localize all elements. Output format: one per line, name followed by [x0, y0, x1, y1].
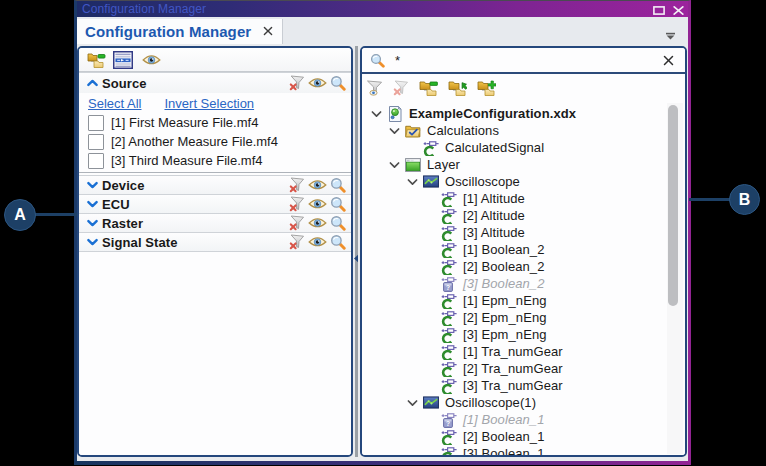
chevron-down-icon[interactable] — [87, 200, 98, 208]
tree-item-icon-wrap — [441, 327, 457, 343]
raster-search-button[interactable] — [330, 215, 346, 231]
section-header-ecu[interactable]: ECU — [79, 194, 351, 213]
device-search-button[interactable] — [330, 177, 346, 193]
tree-item[interactable]: [1] Altitude — [362, 190, 685, 207]
source-eye-button[interactable] — [308, 77, 327, 89]
tree-expander[interactable] — [406, 399, 423, 407]
expand-selected-button[interactable] — [448, 80, 467, 96]
signal-state-eye-button[interactable] — [308, 236, 327, 248]
device-eye-button[interactable] — [308, 179, 327, 191]
tree-item-label: [1] Altitude — [463, 191, 525, 206]
device-filter-remove-button[interactable] — [289, 177, 305, 193]
tree-item[interactable]: Layer — [362, 156, 685, 173]
source-filter-remove-button[interactable] — [289, 75, 305, 91]
filter-remove-button[interactable] — [393, 80, 409, 96]
tab-close-button[interactable] — [263, 25, 273, 38]
section-header-device[interactable]: Device — [79, 175, 351, 194]
source-search-button[interactable] — [330, 75, 346, 91]
tree-expander[interactable] — [370, 110, 387, 118]
section-header-signal-state[interactable]: Signal State — [79, 232, 351, 251]
callout-b-badge: B — [729, 184, 760, 215]
tree-item[interactable]: [2] Altitude — [362, 207, 685, 224]
select-all-link[interactable]: Select All — [88, 96, 141, 111]
tree-item[interactable]: [2] Boolean_2 — [362, 258, 685, 275]
ecu-search-button[interactable] — [330, 196, 346, 212]
filter-eye-icon — [366, 80, 383, 96]
filter-view-button[interactable] — [366, 80, 383, 96]
search-icon — [330, 177, 346, 193]
tree-item[interactable]: [1] Boolean_2 — [362, 241, 685, 258]
clear-search-button[interactable] — [663, 55, 674, 66]
tree-item[interactable]: [1] Tra_numGear — [362, 343, 685, 360]
invert-selection-link[interactable]: Invert Selection — [164, 96, 254, 111]
tree-item[interactable]: Oscilloscope — [362, 173, 685, 190]
section-ecu-icons — [289, 196, 346, 212]
filter-remove-icon — [289, 75, 305, 91]
collapse-all-button[interactable] — [419, 80, 438, 96]
raster-filter-remove-button[interactable] — [289, 215, 305, 231]
tree-item[interactable]: [3] Boolean_1 — [362, 445, 685, 455]
tree-item-icon-wrap — [405, 157, 421, 173]
tree-item[interactable]: [3] Boolean_2 — [362, 275, 685, 292]
chevron-down-icon[interactable] — [87, 219, 98, 227]
signal-state-filter-remove-button[interactable] — [289, 234, 305, 250]
folder-expand-icon — [448, 80, 467, 96]
section-label-source: Source — [102, 76, 147, 91]
signal-icon — [441, 378, 457, 394]
tree-expander[interactable] — [388, 127, 405, 135]
tree-item[interactable]: [1] Boolean_1 — [362, 411, 685, 428]
table-view-button[interactable] — [113, 51, 133, 69]
tree-item[interactable]: [2] Epm_nEng — [362, 309, 685, 326]
ecu-filter-remove-button[interactable] — [289, 196, 305, 212]
ecu-eye-button[interactable] — [308, 198, 327, 210]
tree-expander[interactable] — [406, 178, 423, 186]
measure-file-checkbox[interactable] — [88, 115, 104, 131]
signal-icon — [441, 310, 457, 326]
close-icon — [673, 6, 684, 15]
tree-item-label: [1] Boolean_2 — [463, 242, 545, 257]
tree-item-icon-wrap — [441, 361, 457, 377]
group-by-source-button[interactable] — [87, 52, 106, 68]
eye-icon — [308, 77, 327, 89]
measure-file-checkbox[interactable] — [88, 153, 104, 169]
tree-item[interactable]: [1] Epm_nEng — [362, 292, 685, 309]
tree-item[interactable]: Calculations — [362, 122, 685, 139]
eye-icon — [308, 236, 327, 248]
search-input[interactable]: * — [395, 53, 663, 68]
close-button[interactable] — [672, 6, 684, 14]
section-header-raster[interactable]: Raster — [79, 213, 351, 232]
tree-item[interactable]: CalculatedSignal — [362, 139, 685, 156]
expand-all-button[interactable] — [477, 80, 496, 96]
signal-state-search-button[interactable] — [330, 234, 346, 250]
panel-splitter[interactable] — [353, 46, 360, 457]
chevron-down-icon — [407, 399, 418, 407]
tree-item[interactable]: ExampleConfiguration.xdx — [362, 105, 685, 122]
eye-icon — [142, 54, 161, 66]
preview-button[interactable] — [142, 54, 161, 66]
tree-item[interactable]: [3] Altitude — [362, 224, 685, 241]
chevron-down-icon[interactable] — [87, 238, 98, 246]
scrollbar-thumb[interactable] — [668, 105, 678, 306]
tree-scrollbar[interactable] — [667, 103, 683, 454]
tree-item[interactable]: Oscilloscope(1) — [362, 394, 685, 411]
chevron-down-icon[interactable] — [87, 181, 98, 189]
group-folder-icon — [87, 52, 106, 68]
section-label-device: Device — [102, 178, 145, 193]
splitter-collapse-icon[interactable] — [353, 249, 359, 267]
raster-eye-button[interactable] — [308, 217, 327, 229]
tab-configuration-manager[interactable]: Configuration Manager — [77, 19, 283, 44]
measure-file-checkbox[interactable] — [88, 134, 104, 150]
search-box[interactable]: * — [362, 48, 685, 74]
tab-overflow-button[interactable] — [665, 32, 676, 40]
tree-item[interactable]: [3] Epm_nEng — [362, 326, 685, 343]
window-client-area: Source Select All Invert Selection [1] F… — [77, 44, 688, 465]
tree-item[interactable]: [2] Boolean_1 — [362, 428, 685, 445]
maximize-button[interactable] — [653, 6, 665, 14]
section-header-source[interactable]: Source — [79, 72, 351, 93]
filter-remove-icon — [289, 177, 305, 193]
tree-item[interactable]: [2] Tra_numGear — [362, 360, 685, 377]
signal-icon — [441, 191, 457, 207]
tree-item[interactable]: [3] Tra_numGear — [362, 377, 685, 394]
tree-expander[interactable] — [388, 161, 405, 169]
chevron-up-icon[interactable] — [87, 79, 98, 87]
